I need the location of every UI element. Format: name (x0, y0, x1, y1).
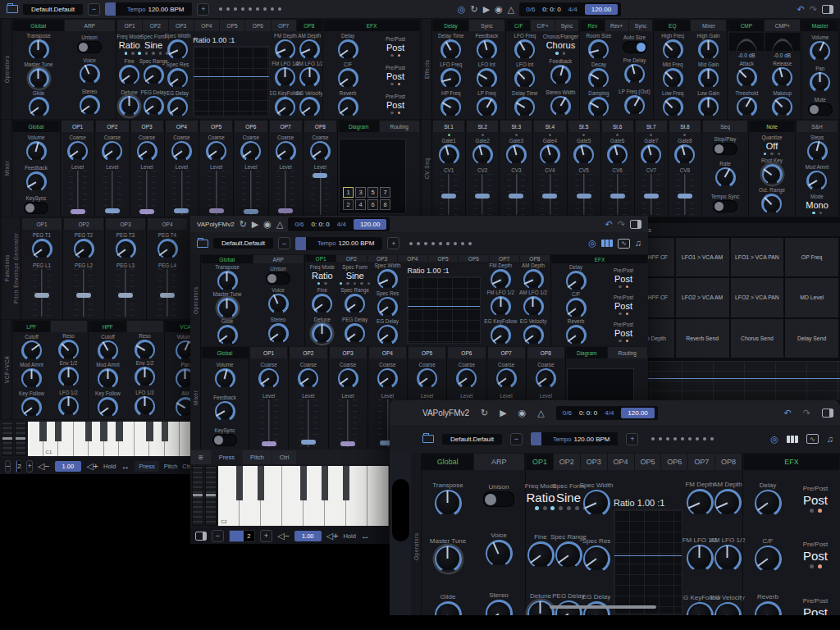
knob-coarse[interactable] (258, 368, 279, 389)
tab-global[interactable]: Global (13, 20, 64, 31)
record-icon[interactable]: ◉ (495, 5, 503, 14)
tab-op2[interactable]: OP2 (336, 255, 366, 262)
waveform-icon[interactable]: ∿ (806, 434, 819, 444)
knob-volume[interactable] (26, 141, 47, 162)
tab-op5[interactable]: OP5 (200, 121, 232, 132)
tab-op8[interactable]: OP8 (520, 255, 550, 262)
tempo-module[interactable]: Tempo120.00 BPM (105, 2, 193, 16)
tempo-decrement[interactable]: − (510, 433, 523, 445)
tab-op3[interactable]: OP3 (169, 20, 194, 31)
knob-am-lfo-1-2[interactable] (523, 296, 544, 317)
fader-handle[interactable] (313, 173, 327, 178)
dock-button-hold[interactable]: Hold (343, 532, 355, 540)
knob-volume[interactable] (810, 41, 830, 62)
tab-op5[interactable]: OP5 (220, 20, 244, 31)
tab-op4[interactable]: OP4 (608, 454, 634, 470)
metronome-icon[interactable]: △ (276, 220, 283, 229)
knob-coarse[interactable] (456, 368, 477, 389)
knob-reso[interactable] (58, 340, 79, 360)
knob-feedback[interactable] (26, 171, 47, 192)
target-button-delay-send[interactable]: Delay Send (785, 319, 838, 358)
target-button-lfo2-vca-am[interactable]: LFO2 > VCA AM (676, 278, 729, 317)
tab-arp[interactable]: ARP (253, 255, 304, 263)
target-button-lfo1-vca-pan[interactable]: LFO1 > VCA PAN (731, 238, 784, 276)
loop-icon[interactable]: ↻ (470, 5, 477, 14)
knob-fm-lfo-1-2[interactable] (275, 67, 295, 88)
knob-gate5[interactable] (573, 144, 594, 165)
knob-eg-keyfollow[interactable] (491, 325, 511, 345)
knob-c-f[interactable] (755, 546, 782, 573)
target-button-lfo2-vca-pan[interactable]: LFO2 > VCA PAN (731, 278, 784, 317)
knob-fine[interactable] (119, 65, 139, 85)
tab-diagram[interactable]: Diagram (339, 121, 379, 132)
knob-coarse[interactable] (171, 141, 192, 162)
knob-glide[interactable] (29, 97, 49, 117)
fader-handle[interactable] (174, 208, 189, 213)
knob-rate[interactable] (715, 167, 736, 188)
fader-handle[interactable] (209, 208, 224, 213)
knob-release[interactable] (772, 67, 792, 88)
selector-value-post[interactable]: Post (803, 493, 828, 507)
knob-glide[interactable] (217, 325, 238, 345)
undo-icon[interactable]: ↶ (784, 409, 792, 418)
fader-cv6[interactable] (609, 174, 627, 215)
preset-name[interactable]: Default.Default (23, 4, 83, 15)
folder-icon[interactable] (422, 435, 434, 443)
algorithm-op-6[interactable]: 6 (368, 199, 378, 210)
fader-handle[interactable] (160, 293, 175, 298)
tab-global[interactable]: Global (13, 121, 59, 132)
knob-spec-range[interactable] (555, 541, 582, 568)
tab-delay[interactable]: Delay (433, 20, 468, 31)
knob-transpose[interactable] (435, 490, 462, 517)
knob-coarse[interactable] (276, 141, 296, 162)
keyboard-icon[interactable] (601, 240, 613, 247)
knob-master-tune[interactable] (435, 546, 462, 573)
tab-op1[interactable]: OP1 (62, 121, 94, 132)
knob-am-lfo-1-2[interactable] (714, 545, 742, 572)
selector-value-sine[interactable]: Sine (346, 271, 364, 281)
tab-op8[interactable]: OP8 (304, 121, 336, 132)
knob-lfo-freq[interactable] (514, 39, 535, 60)
knob-detune[interactable] (312, 323, 332, 344)
knob-gate8[interactable] (674, 144, 695, 165)
selector-value-post[interactable]: Post (614, 328, 632, 338)
ratio-graph[interactable] (193, 46, 270, 116)
knob-coarse[interactable] (298, 368, 318, 389)
fader-handle[interactable] (577, 194, 591, 199)
tab-c-f[interactable]: C/F+ (531, 20, 554, 31)
knob-gate2[interactable] (472, 144, 493, 165)
knob-coarse[interactable] (310, 141, 331, 162)
fader-handle[interactable] (139, 209, 154, 214)
knob-decay[interactable] (588, 68, 609, 89)
knob-lfo-1-2[interactable] (135, 396, 155, 417)
tab-op4[interactable]: OP4 (398, 255, 427, 262)
bpm-value[interactable]: 120.00 (621, 408, 654, 418)
tab-op4[interactable]: OP4 (148, 218, 187, 230)
tab-op7[interactable]: OP7 (688, 454, 714, 470)
fader-handle[interactable] (441, 194, 456, 199)
target-button-lfo1-vca-am[interactable]: LFO1 > VCA AM (676, 238, 729, 276)
knob-high-freq[interactable] (663, 39, 683, 60)
menu-icon[interactable]: ≡ (191, 450, 211, 464)
knob-eg-delay[interactable] (377, 325, 398, 345)
volume-down-icon[interactable]: ◁− (38, 462, 50, 471)
knob-coarse[interactable] (137, 141, 158, 162)
knob-spec-range[interactable] (345, 294, 365, 314)
waveform-icon[interactable]: ∿ (618, 239, 630, 249)
tab-op6[interactable]: OP6 (448, 347, 485, 358)
tab-arp[interactable]: ARP (65, 20, 116, 31)
knob-gate4[interactable] (540, 144, 560, 165)
keyboard-tab-pitch[interactable]: Pitch (243, 450, 272, 464)
knob-reso[interactable] (135, 340, 155, 360)
notes-icon[interactable]: ♫ (635, 239, 641, 248)
tab-cmp[interactable]: CMP+ (765, 20, 800, 31)
knob-env-1-2[interactable] (58, 367, 79, 387)
tab-op1[interactable]: OP1 (527, 454, 553, 470)
knob-spec-width[interactable] (583, 490, 610, 517)
selector-value-chorus[interactable]: Chorus (546, 40, 575, 50)
undo-icon[interactable]: ↶ (797, 5, 805, 14)
selector-value-ratio[interactable]: Ratio (312, 271, 333, 281)
tab-op5[interactable]: OP5 (428, 255, 458, 262)
tab-st-1[interactable]: St.1 (433, 121, 464, 132)
knob-mid-freq[interactable] (663, 68, 683, 89)
